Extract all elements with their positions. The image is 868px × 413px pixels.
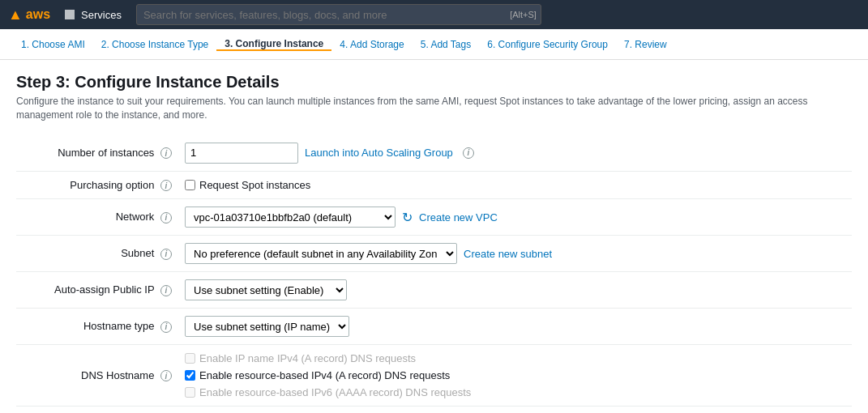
placement-group-row: Placement group i Add instance to placem… [16,407,852,413]
number-of-instances-info-icon[interactable]: i [160,147,172,159]
step6[interactable]: 6. Configure Security Group [479,39,616,50]
dns-hostname-info-icon[interactable]: i [160,370,172,381]
number-of-instances-label: Number of instances i [16,135,178,172]
launch-asg-link[interactable]: Launch into Auto Scaling Group [305,147,453,159]
network-info-icon[interactable]: i [160,212,172,224]
step3[interactable]: 3. Configure Instance [216,38,331,51]
step4[interactable]: 4. Add Storage [331,39,412,50]
purchasing-option-row: Purchasing option i Request Spot instanc… [16,171,852,199]
configure-instance-form: Number of instances i Launch into Auto S… [16,135,852,413]
request-spot-instances-label[interactable]: Request Spot instances [185,179,845,191]
purchasing-option-info-icon[interactable]: i [160,180,172,191]
search-input[interactable] [136,4,541,25]
dns-hostname-row: DNS Hostname i Enable IP name IPv4 (A re… [16,345,852,407]
subnet-label: Subnet i [16,236,178,272]
number-of-instances-row: Number of instances i Launch into Auto S… [16,135,852,172]
hostname-type-label: Hostname type i [16,309,178,345]
launch-asg-info-icon[interactable]: i [463,147,474,159]
step5[interactable]: 5. Add Tags [413,39,480,50]
network-select[interactable]: vpc-01a03710e1bbfb2a0 (default) [185,206,396,228]
dns-hostname-label: DNS Hostname i [16,345,178,407]
network-label: Network i [16,199,178,236]
aws-logo-text: aws [26,7,50,22]
dns-hostname-options: Enable IP name IPv4 (A record) DNS reque… [185,352,845,398]
dns-option2-checkbox[interactable] [185,370,195,381]
page-content: Step 3: Configure Instance Details Confi… [0,60,868,413]
step2[interactable]: 2. Choose Instance Type [93,39,217,50]
aws-logo: ▲ aws [8,6,50,23]
subnet-row: Subnet i No preference (default subnet i… [16,236,852,272]
page-title: Step 3: Configure Instance Details [16,73,852,92]
dns-option2-label[interactable]: Enable resource-based IPv4 (A record) DN… [185,369,845,381]
dns-option1-checkbox[interactable] [185,353,195,364]
steps-bar: 1. Choose AMI 2. Choose Instance Type 3.… [0,29,868,60]
dns-option3-checkbox[interactable] [185,387,195,398]
search-shortcut: [Alt+S] [510,10,537,19]
dns-option3-label[interactable]: Enable resource-based IPv6 (AAAA record)… [185,386,845,398]
step7[interactable]: 7. Review [616,39,675,50]
hostname-type-row: Hostname type i Use subnet setting (IP n… [16,309,852,345]
network-refresh-icon[interactable]: ↻ [402,210,413,225]
step1[interactable]: 1. Choose AMI [13,39,93,50]
purchasing-option-label: Purchasing option i [16,171,178,199]
request-spot-instances-checkbox[interactable] [185,180,195,190]
top-navigation: ▲ aws Services [Alt+S] [0,0,868,29]
auto-assign-public-ip-label: Auto-assign Public IP i [16,272,178,309]
services-button[interactable]: Services [58,6,128,24]
placement-group-label: Placement group i [16,407,178,413]
dns-option1-label[interactable]: Enable IP name IPv4 (A record) DNS reque… [185,352,845,364]
hostname-type-info-icon[interactable]: i [160,321,172,333]
auto-assign-public-ip-row: Auto-assign Public IP i Use subnet setti… [16,272,852,309]
auto-assign-public-ip-select[interactable]: Use subnet setting (Enable) [185,279,347,300]
search-bar[interactable]: [Alt+S] [136,4,541,25]
create-new-vpc-link[interactable]: Create new VPC [419,211,498,224]
page-description: Configure the instance to suit your requ… [16,95,852,122]
create-new-subnet-link[interactable]: Create new subnet [464,248,552,260]
auto-assign-public-ip-info-icon[interactable]: i [160,285,172,296]
network-row: Network i vpc-01a03710e1bbfb2a0 (default… [16,199,852,236]
subnet-select[interactable]: No preference (default subnet in any Ava… [185,243,457,264]
subnet-info-icon[interactable]: i [160,249,172,260]
hostname-type-select[interactable]: Use subnet setting (IP name) [185,316,349,337]
aws-logo-icon: ▲ [8,6,23,23]
number-of-instances-input[interactable] [185,143,298,164]
